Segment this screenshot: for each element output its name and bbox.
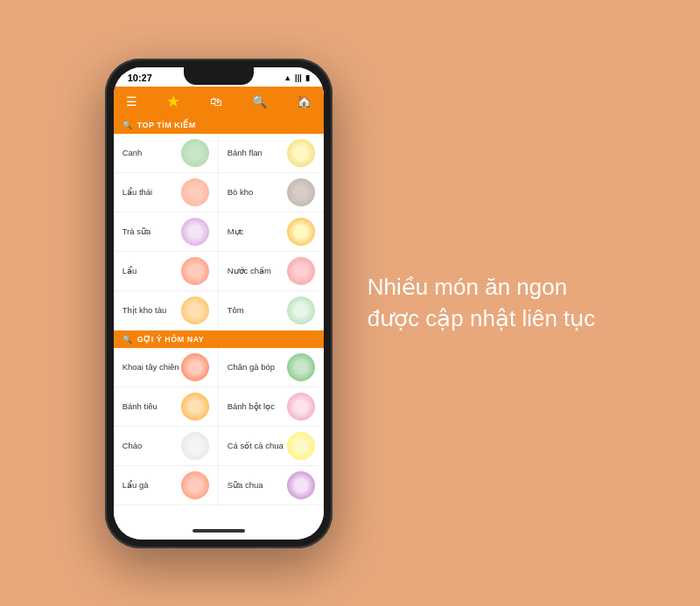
phone-shell: 10:27 ▲ ||| ▮ ☰ ★ 🛍 🔍 🏠 🔍 — [105, 59, 332, 548]
food-name: Cháo — [122, 441, 143, 450]
section1-search-icon: 🔍 — [122, 121, 132, 129]
food-image — [287, 218, 315, 246]
food-image — [287, 393, 315, 421]
bag-icon[interactable]: 🛍 — [210, 94, 222, 108]
food-image — [287, 257, 315, 285]
list-item[interactable]: Bánh bột lọc — [219, 387, 324, 427]
list-item[interactable]: Cháo — [114, 427, 219, 466]
food-image — [287, 139, 315, 167]
signal-icon: ||| — [295, 73, 302, 82]
food-name: Cá sốt cà chua — [228, 441, 284, 450]
home-indicator — [192, 529, 245, 533]
search-icon[interactable]: 🔍 — [252, 94, 267, 108]
phone-screen: 10:27 ▲ ||| ▮ ☰ ★ 🛍 🔍 🏠 🔍 — [114, 67, 324, 540]
food-image — [181, 296, 209, 324]
food-image — [181, 178, 209, 206]
list-item[interactable]: Sữa chua — [219, 466, 324, 505]
food-name: Sữa chua — [228, 480, 263, 490]
list-item[interactable]: Bánh tiêu — [114, 387, 219, 427]
status-time: 10:27 — [128, 73, 152, 83]
nav-bar: ☰ ★ 🛍 🔍 🏠 — [114, 87, 324, 116]
section2-search-icon: 🔍 — [122, 335, 132, 344]
food-image — [287, 178, 315, 206]
page-wrapper: 10:27 ▲ ||| ▮ ☰ ★ 🛍 🔍 🏠 🔍 — [0, 0, 700, 606]
food-image — [181, 139, 209, 167]
list-item[interactable]: Bò kho — [219, 173, 324, 212]
menu-icon[interactable]: ☰ — [126, 94, 137, 108]
star-icon[interactable]: ★ — [166, 92, 180, 111]
food-image — [287, 432, 315, 460]
list-item[interactable]: Chân gà bóp — [219, 348, 324, 387]
food-image — [287, 353, 315, 381]
list-item[interactable]: Lẩu thái — [114, 173, 219, 212]
list-item[interactable]: Thịt kho tàu — [114, 291, 219, 331]
food-name: Bánh flan — [228, 148, 262, 157]
tagline-line2: được cập nhật liên tục — [368, 305, 596, 331]
status-icons: ▲ ||| ▮ — [284, 73, 309, 82]
list-item[interactable]: Lẩu gà — [114, 466, 219, 505]
food-image — [181, 393, 209, 421]
food-name: Trà sữa — [122, 226, 151, 236]
food-image — [287, 471, 315, 499]
section1-label: TOP TÌM KIẾM — [137, 121, 196, 129]
section1-grid: Canh Bánh flan Lẩu thái Bò kho — [114, 134, 324, 331]
home-icon[interactable]: 🏠 — [297, 94, 312, 108]
food-image — [181, 218, 209, 246]
tagline: Nhiều món ăn ngon được cập nhật liên tục — [368, 272, 596, 333]
wifi-icon: ▲ — [284, 73, 291, 82]
food-name: Khoai tây chiên — [122, 362, 179, 372]
list-item[interactable]: Tôm — [219, 291, 324, 331]
food-name: Lẩu gà — [122, 480, 149, 490]
food-name: Canh — [122, 148, 143, 157]
food-image — [181, 432, 209, 460]
list-item[interactable]: Cá sốt cà chua — [219, 427, 324, 466]
section2-header: 🔍 GỢI Ý HÔM NAY — [114, 331, 324, 348]
section2-grid: Khoai tây chiên Chân gà bóp Bánh tiêu Bá… — [114, 348, 324, 505]
food-name: Bánh bột lọc — [228, 401, 275, 411]
food-image — [287, 296, 315, 324]
content-area: 🔍 TOP TÌM KIẾM Canh Bánh flan Lẩu thái — [114, 116, 324, 540]
list-item[interactable]: Lẩu — [114, 252, 219, 291]
food-name: Bò kho — [228, 187, 254, 197]
list-item[interactable]: Khoai tây chiên — [114, 348, 219, 387]
food-name: Mực — [228, 226, 244, 236]
food-name: Lẩu thái — [122, 187, 153, 197]
food-image — [181, 471, 209, 499]
section1-header: 🔍 TOP TÌM KIẾM — [114, 116, 324, 134]
food-name: Tôm — [228, 305, 244, 315]
phone-notch — [184, 67, 254, 85]
list-item[interactable]: Mực — [219, 212, 324, 252]
food-name: Thịt kho tàu — [122, 305, 167, 315]
list-item[interactable]: Nước chấm — [219, 252, 324, 291]
food-name: Chân gà bóp — [228, 362, 275, 372]
food-name: Nước chấm — [228, 266, 271, 275]
food-name: Lẩu — [122, 266, 137, 275]
food-image — [181, 353, 209, 381]
food-name: Bánh tiêu — [122, 401, 158, 411]
list-item[interactable]: Canh — [114, 134, 219, 173]
food-image — [181, 257, 209, 285]
list-item[interactable]: Trà sữa — [114, 212, 219, 252]
list-item[interactable]: Bánh flan — [219, 134, 324, 173]
battery-icon: ▮ — [305, 73, 310, 82]
section2-label: GỢI Ý HÔM NAY — [137, 335, 205, 344]
tagline-line1: Nhiều món ăn ngon — [368, 274, 567, 300]
